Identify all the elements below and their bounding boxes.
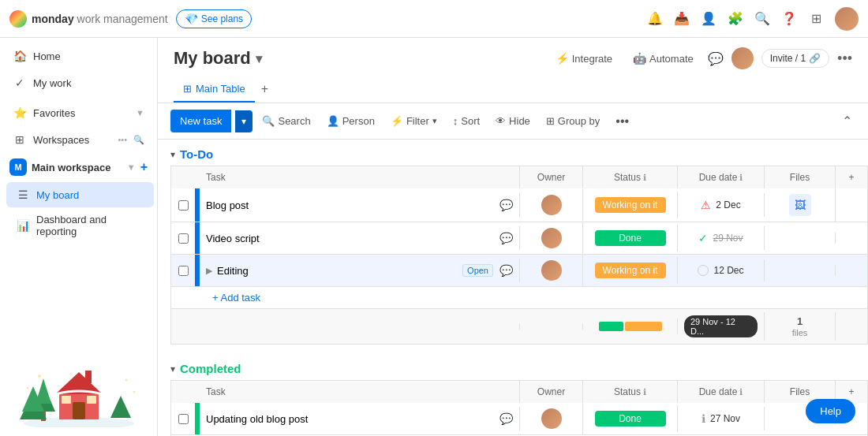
row-checkbox[interactable] (171, 233, 195, 244)
th-files: Files (765, 166, 836, 188)
svg-point-15 (26, 387, 28, 389)
task-message-icon[interactable]: 💬 (499, 232, 513, 244)
group-by-button[interactable]: ⊞ Group by (540, 111, 606, 131)
row-checkbox[interactable] (171, 414, 195, 424)
td-status[interactable]: Working on it (583, 257, 678, 284)
summary-add-cell (836, 323, 867, 330)
td-duedate: ✓ 29 Nov (678, 226, 765, 250)
board-title-chevron[interactable]: ▾ (256, 51, 262, 66)
add-task-button[interactable]: + Add task (170, 287, 868, 309)
automate-button[interactable]: 🤖 Automate (627, 49, 700, 68)
svg-rect-8 (87, 396, 96, 404)
sort-button[interactable]: ↕ Sort (447, 111, 486, 131)
svg-point-14 (125, 379, 127, 382)
sidebar-item-home[interactable]: 🏠 Home (3, 43, 154, 69)
td-status[interactable]: Working on it (583, 192, 678, 218)
done-bar (599, 322, 623, 331)
inbox-icon[interactable]: 📥 (674, 11, 690, 27)
td-status[interactable]: Done (583, 225, 678, 252)
more-toolbar-button[interactable]: ••• (609, 110, 635, 132)
row-checkbox[interactable] (171, 200, 195, 211)
td-add (836, 265, 867, 276)
search-icon[interactable]: 🔍 (754, 11, 770, 27)
bell-icon[interactable]: 🔔 (647, 11, 663, 27)
owner-avatar (541, 195, 562, 215)
help-button[interactable]: Help (806, 399, 855, 423)
search-toolbar-icon: 🔍 (262, 115, 275, 127)
grid-icon[interactable]: ⊞ (808, 11, 824, 27)
summary-task-cell (171, 323, 520, 330)
owner-avatar (541, 228, 562, 248)
check-icon: ✓ (698, 232, 708, 244)
hide-button[interactable]: 👁 Hide (489, 111, 537, 131)
status-info-icon[interactable]: ℹ (643, 173, 646, 183)
task-message-icon[interactable]: 💬 (499, 264, 513, 277)
sidebar-boards: ☰ My board 📊 Dashboard and reporting (0, 181, 157, 244)
add-workspace-button[interactable]: + (140, 160, 148, 174)
duedate-info-icon-c[interactable]: ℹ (739, 387, 743, 397)
help-icon[interactable]: ❓ (781, 11, 797, 27)
table-row: Blog post 💬 Working on it ⚠ 2 Dec (170, 188, 868, 222)
search-small-icon[interactable]: 🔍 (133, 135, 144, 145)
collapse-button[interactable]: ⌃ (839, 110, 855, 132)
owner-avatar (541, 408, 562, 429)
sidebar-item-dashboard[interactable]: 📊 Dashboard and reporting (6, 208, 154, 243)
th-task: Task (200, 166, 520, 188)
invite-button[interactable]: Invite / 1 🔗 (761, 49, 829, 68)
status-bar (599, 322, 662, 331)
th-status: Status ℹ (583, 166, 678, 188)
sidebar-item-favorites[interactable]: ⭐ Favorites ▼ (3, 100, 154, 125)
task-message-icon[interactable]: 💬 (499, 412, 513, 425)
owner-avatar (541, 260, 562, 281)
th-add[interactable]: + (836, 166, 867, 188)
chat-icon[interactable]: 💬 (708, 51, 724, 66)
th-owner: Owner (520, 166, 583, 188)
svg-rect-7 (62, 396, 71, 404)
mywork-icon: ✓ (13, 76, 27, 90)
share-icon: 🔗 (809, 53, 821, 64)
board-scroll[interactable]: ▾ To-Do Task Owner Status (158, 140, 868, 436)
toolbar: New task ▾ 🔍 Search 👤 Person ⚡ Filter ▾ … (158, 103, 868, 140)
duedate-info-icon[interactable]: ℹ (739, 173, 743, 183)
see-plans-button[interactable]: 💎 See plans (176, 9, 252, 28)
sidebar-item-mywork[interactable]: ✓ My work (3, 70, 154, 95)
add-tab-button[interactable]: + (255, 76, 275, 102)
apps-icon[interactable]: 🧩 (728, 11, 743, 27)
integrate-button[interactable]: ⚡ Integrate (549, 49, 619, 68)
date-range-pill: 29 Nov - 12 D... (684, 315, 758, 337)
sidebar: 🏠 Home ✓ My work ⭐ Favorites ▼ ⊞ Workspa… (0, 38, 158, 436)
open-button[interactable]: Open (462, 264, 493, 277)
workspace-header[interactable]: M Main workspace ▼ + (0, 153, 157, 181)
board-more-button[interactable]: ••• (837, 50, 852, 67)
more-icon[interactable]: ••• (118, 135, 127, 144)
svg-marker-12 (110, 396, 131, 418)
new-task-button[interactable]: New task (170, 110, 231, 132)
task-message-icon[interactable]: 💬 (499, 199, 513, 211)
workspace-icon: ⊞ (13, 132, 27, 147)
td-status[interactable]: Done (583, 405, 678, 432)
sidebar-item-workspaces[interactable]: ⊞ Workspaces ••• 🔍 (3, 127, 154, 152)
row-checkbox[interactable] (171, 266, 195, 276)
person-button[interactable]: 👤 Person (320, 111, 381, 131)
logo-icon (9, 10, 27, 28)
td-task-name: Blog post 💬 (200, 193, 520, 217)
completed-chevron-icon[interactable]: ▾ (170, 363, 175, 375)
search-button[interactable]: 🔍 Search (256, 111, 316, 131)
th-duedate: Due date ℹ (678, 166, 765, 188)
sidebar-item-my-board[interactable]: ☰ My board (6, 182, 154, 207)
expand-icon[interactable]: ▶ (206, 266, 212, 276)
todo-chevron-icon[interactable]: ▾ (170, 149, 175, 160)
filter-button[interactable]: ⚡ Filter ▾ (384, 111, 443, 131)
tab-main-table[interactable]: ⊞ Main Table (174, 76, 255, 102)
filter-icon: ⚡ (391, 115, 403, 127)
th-task: Task (200, 381, 520, 403)
group-completed: ▾ Completed Task Owner Statu (158, 354, 868, 436)
share-avatar (731, 47, 754, 69)
table-icon: ⊞ (183, 83, 192, 95)
td-add (836, 233, 867, 244)
status-info-icon-c[interactable]: ℹ (643, 387, 646, 397)
file-thumbnail-icon[interactable]: 🖼 (789, 194, 811, 216)
new-task-dropdown-button[interactable]: ▾ (235, 110, 253, 132)
people-icon[interactable]: 👤 (701, 11, 716, 27)
user-avatar[interactable] (835, 7, 859, 31)
